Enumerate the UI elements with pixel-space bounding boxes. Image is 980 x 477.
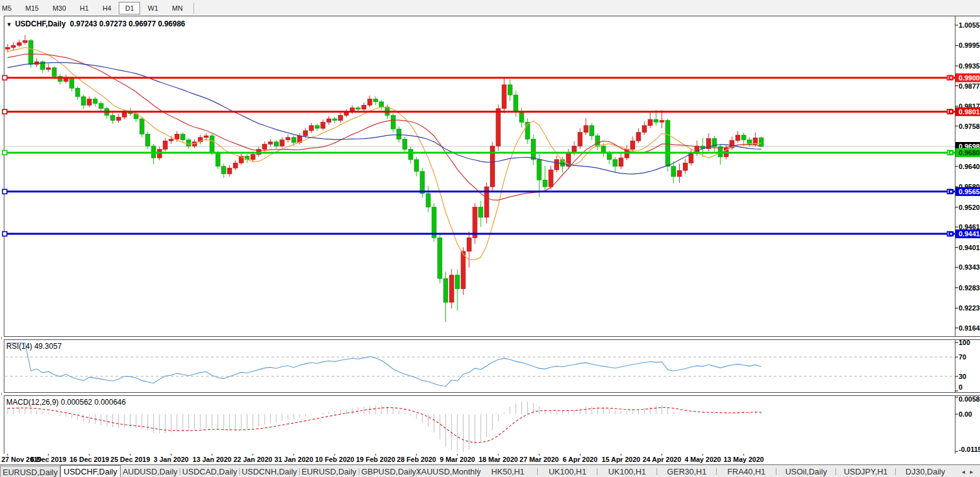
candle-body [379, 102, 384, 107]
time-tick-label: 6 Dec 2019 [31, 456, 67, 463]
candle-body [29, 41, 33, 65]
price-badge-text: 0.96803 [959, 149, 980, 156]
timeframe-button-m5[interactable]: M5 [0, 2, 18, 14]
tab-fra40-h1[interactable]: FRA40,H1 [717, 465, 776, 477]
tab-ger30-h1[interactable]: GER30,H1 [657, 465, 716, 477]
tab-eurusd-daily[interactable]: EURUSD,Daily [300, 465, 359, 477]
candle-body [362, 105, 366, 109]
tab-usoil-daily[interactable]: USOil,Daily [776, 465, 836, 477]
time-tick-label: 31 Jan 2020 [275, 456, 313, 463]
timeframe-toolbar: M5M15M30H1H4D1W1MN [0, 0, 980, 16]
time-tick-label: 10 Feb 2020 [315, 456, 354, 463]
tab-dj30-daily[interactable]: DJ30,Daily [896, 465, 955, 477]
macd-value-main: 0.000562 [61, 398, 92, 407]
tab-scroll-controls: ◂▸ [955, 465, 980, 477]
candle-body [169, 139, 173, 141]
time-axis[interactable]: 27 Nov 20196 Dec 201916 Dec 201925 Dec 2… [0, 454, 980, 464]
timeframe-button-d1[interactable]: D1 [119, 2, 140, 14]
candle-body [420, 172, 425, 194]
price-tick-label: 0.95200 [959, 204, 980, 211]
timeframe-button-mn[interactable]: MN [166, 2, 189, 14]
candle-body [356, 108, 361, 109]
candle-body [578, 133, 582, 146]
candle-body [286, 138, 290, 140]
scroll-tabs-right-icon[interactable]: ▸ [970, 468, 973, 475]
rsi-axis-label: 100 [959, 339, 970, 346]
candle-body [514, 95, 518, 112]
time-tick-label: 13 May 2020 [724, 456, 764, 463]
tab-uk100-h1[interactable]: UK100,H1 [597, 465, 656, 477]
time-tick-label: 18 Mar 2020 [479, 456, 518, 463]
timeframe-button-w1[interactable]: W1 [141, 2, 165, 14]
line-handle[interactable] [3, 75, 7, 80]
candle-body [555, 160, 559, 170]
price-tick-label: 0.98770 [959, 82, 980, 90]
price-badge-text: 0.95658 [959, 188, 980, 195]
tab-usdcad-daily[interactable]: USDCAD,Daily [180, 465, 239, 477]
candle-body [444, 278, 448, 302]
line-handle[interactable] [3, 232, 7, 236]
chevron-down-icon[interactable]: ▼ [6, 21, 12, 28]
tab-uk100-h1[interactable]: UK100,H1 [538, 465, 597, 477]
time-tick-label: 24 Apr 2020 [643, 456, 681, 463]
tab-audusd-daily[interactable]: AUDUSD,Daily [121, 465, 180, 477]
candle-body [315, 126, 319, 128]
candle-body [291, 138, 296, 143]
candle-body [93, 99, 97, 104]
tab-eurusd-daily[interactable]: EURUSD,Daily [0, 466, 60, 477]
line-handle[interactable] [3, 109, 7, 114]
candle-body [268, 142, 273, 145]
candle-body [660, 121, 664, 123]
candle-body [157, 150, 161, 158]
price-tick-label: 0.96400 [959, 163, 980, 170]
price-tick-label: 0.99955 [959, 41, 980, 49]
line-handle[interactable] [3, 189, 7, 194]
scroll-tabs-left-icon[interactable]: ◂ [962, 468, 965, 475]
price-tick-label: 0.97585 [959, 123, 980, 130]
time-tick-label: 3 Jan 2020 [154, 456, 189, 463]
candle-body [508, 85, 512, 95]
time-tick-label: 4 May 2020 [685, 456, 721, 463]
tab-gbpusd-daily[interactable]: GBPUSD,Daily [359, 465, 418, 477]
candle-body [17, 43, 21, 45]
candle-body [654, 119, 658, 122]
price-badge-text: 0.94414 [959, 230, 980, 238]
time-tick-label: 27 Mar 2020 [520, 456, 558, 463]
badge-handle-dot [950, 111, 952, 112]
price-tick-label: 0.92230 [959, 304, 980, 312]
candle-body [175, 134, 179, 139]
candle-body [736, 135, 740, 141]
main-chart-pane[interactable]: 1.005550.999550.993550.987700.981700.975… [0, 16, 980, 337]
candle-body [280, 140, 285, 146]
chart-ohlc-values: 0.97243 0.97273 0.96977 0.96986 [70, 19, 185, 28]
candle-body [461, 251, 466, 288]
tab-usdchf-daily[interactable]: USDCHF,Daily [60, 465, 121, 477]
price-badge-text: 0.99007 [959, 74, 980, 82]
timeframe-button-m15[interactable]: M15 [19, 2, 45, 14]
candle-body [408, 150, 413, 160]
candle-body [111, 116, 115, 121]
price-tick-label: 0.91645 [959, 324, 980, 332]
tab-xauusd-monthly[interactable]: XAUUSD,Monthly [419, 465, 478, 477]
line-handle[interactable] [3, 150, 7, 155]
candle-body [204, 136, 209, 138]
candle-body [46, 68, 51, 70]
candle-body [397, 129, 401, 139]
candle-body [741, 135, 746, 140]
time-tick-label: 19 Feb 2020 [356, 456, 395, 463]
candle-body [251, 155, 255, 160]
timeframe-button-h1[interactable]: H1 [74, 2, 95, 14]
tab-hk50-h1[interactable]: HK50,H1 [479, 465, 538, 477]
timeframe-button-h4[interactable]: H4 [96, 2, 117, 14]
chart-window[interactable]: 1.005550.999550.993550.987700.981700.975… [0, 16, 980, 464]
timeframe-button-m30[interactable]: M30 [46, 2, 72, 14]
tab-usdcnh-daily[interactable]: USDCNH,Daily [240, 465, 299, 477]
macd-pane[interactable]: 0.0058180.00-0.01151 [0, 395, 980, 454]
tab-usdjpy-h1[interactable]: USDJPY,H1 [836, 465, 895, 477]
macd-axis-label: 0.005818 [959, 395, 980, 403]
candle-body [139, 119, 144, 134]
rsi-pane[interactable]: 10070300 [0, 339, 980, 393]
candle-body [677, 170, 682, 177]
candle-body [233, 163, 237, 168]
macd-value-signal: 0.000646 [94, 398, 126, 407]
